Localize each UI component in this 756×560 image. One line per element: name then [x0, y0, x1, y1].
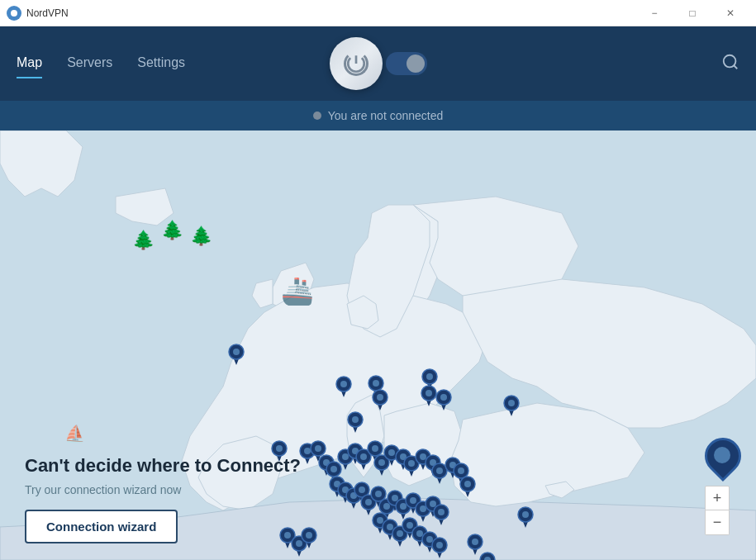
nav-bar: Map Servers Settings	[0, 26, 756, 101]
tree-decoration-1: 🌲	[132, 230, 155, 251]
map-pin[interactable]	[421, 385, 437, 410]
map-pin[interactable]	[435, 389, 452, 414]
power-icon	[345, 53, 367, 74]
power-toggle[interactable]	[386, 52, 427, 75]
maximize-button[interactable]: □	[673, 0, 711, 26]
map-pin[interactable]	[503, 395, 520, 420]
promo-subtitle: Try our connection wizard now	[25, 483, 322, 496]
status-text: You are not connected	[328, 109, 444, 122]
title-bar-controls: − □ ✕	[635, 0, 749, 26]
svg-point-82	[458, 467, 464, 474]
map-pin[interactable]	[372, 389, 388, 414]
tree-decoration-2: 🌲	[161, 220, 183, 241]
search-icon[interactable]	[721, 53, 739, 75]
tab-servers[interactable]: Servers	[67, 49, 112, 78]
svg-point-0	[724, 55, 736, 67]
power-button[interactable]	[330, 37, 383, 90]
svg-point-124	[438, 509, 445, 515]
map-pin[interactable]	[431, 537, 448, 560]
svg-point-37	[352, 416, 359, 423]
svg-point-7	[340, 381, 347, 387]
title-bar-left: NordVPN	[7, 6, 69, 21]
svg-point-97	[359, 486, 365, 493]
svg-point-16	[426, 373, 433, 380]
nav-tabs: Map Servers Settings	[17, 49, 185, 78]
promo-title: Can't decide where to Connect?	[25, 455, 322, 477]
map-pin[interactable]	[517, 506, 534, 531]
zoom-controls: + −	[705, 438, 741, 535]
svg-point-13	[377, 394, 383, 401]
svg-point-52	[360, 453, 367, 460]
tree-decoration-3: 🌲	[190, 225, 212, 247]
svg-point-67	[408, 460, 415, 467]
svg-point-127	[522, 511, 529, 518]
power-button-wrap	[330, 37, 427, 90]
app-title: NordVPN	[26, 7, 69, 19]
wizard-button[interactable]: Connection wizard	[25, 510, 178, 543]
map-area[interactable]: 🌲 🌲 🌲 🚢 ⛵ Can't decide where to Connect?…	[0, 131, 756, 560]
map-pin[interactable]	[228, 344, 245, 368]
tab-map[interactable]: Map	[17, 49, 42, 78]
map-pin[interactable]	[479, 552, 496, 560]
svg-point-103	[375, 491, 382, 497]
title-bar: NordVPN − □ ✕	[0, 0, 756, 26]
status-dot	[313, 112, 321, 120]
zoom-out-button[interactable]: −	[705, 510, 730, 535]
svg-point-157	[436, 542, 443, 548]
tab-settings[interactable]: Settings	[137, 49, 185, 78]
svg-point-85	[464, 481, 471, 487]
svg-point-160	[472, 539, 478, 545]
promo-overlay: Can't decide where to Connect? Try our c…	[0, 439, 347, 560]
svg-point-61	[388, 449, 395, 456]
map-pin[interactable]	[433, 504, 449, 529]
map-pin[interactable]	[347, 411, 364, 436]
location-pin-large	[705, 438, 741, 481]
svg-point-10	[373, 380, 379, 387]
map-pin[interactable]	[335, 376, 352, 401]
svg-point-76	[436, 467, 443, 474]
status-bar: You are not connected	[0, 101, 756, 131]
ship-decoration: 🚢	[281, 275, 314, 306]
minimize-button[interactable]: −	[635, 0, 673, 26]
svg-point-4	[233, 349, 240, 355]
zoom-in-button[interactable]: +	[705, 486, 730, 510]
svg-point-19	[426, 390, 432, 396]
close-button[interactable]: ✕	[711, 0, 749, 26]
map-pin[interactable]	[459, 476, 476, 501]
svg-point-25	[508, 400, 515, 406]
svg-point-55	[372, 445, 378, 452]
app-logo	[7, 6, 21, 21]
svg-point-22	[440, 394, 447, 401]
